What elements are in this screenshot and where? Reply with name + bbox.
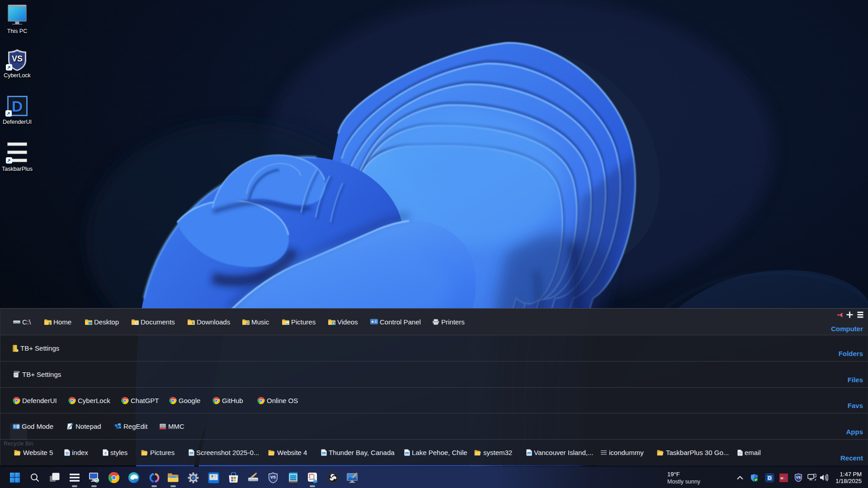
svg-text:VS: VS: [270, 475, 276, 479]
svg-text:D: D: [12, 98, 23, 115]
svg-text:#: #: [104, 451, 107, 455]
svg-text:c: c: [784, 476, 786, 480]
svg-text:VS: VS: [796, 475, 801, 479]
svg-text:VS: VS: [12, 54, 23, 63]
svg-text:w: w: [780, 476, 783, 480]
svg-text:D: D: [768, 475, 771, 480]
